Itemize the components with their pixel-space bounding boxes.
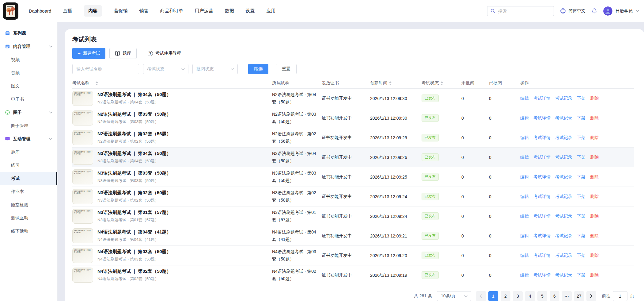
sidebar-item[interactable]: 随堂检测 <box>0 198 57 211</box>
sidebar-item[interactable]: 电子书 <box>0 93 57 106</box>
sidebar-section-header[interactable]: 内容管理 <box>0 40 57 53</box>
action-link[interactable]: 考试详情 <box>533 115 551 121</box>
action-link[interactable]: 删除 <box>590 174 599 180</box>
page-button[interactable]: 1 <box>488 291 498 301</box>
review-status-select[interactable]: 批阅状态 <box>192 64 238 74</box>
page-button[interactable]: 27 <box>574 291 584 301</box>
column-header[interactable]: 操作 <box>520 80 634 86</box>
sidebar-section-header[interactable]: 圈子 <box>0 106 57 119</box>
action-link[interactable]: 下架 <box>577 115 585 121</box>
action-link[interactable]: 编辑 <box>520 96 529 101</box>
sidebar-item[interactable]: 线下活动 <box>0 225 57 238</box>
action-link[interactable]: 考试记录 <box>555 233 572 239</box>
sidebar-section-header[interactable]: 互动管理 <box>0 132 57 145</box>
column-header[interactable]: 已批阅 <box>489 80 520 86</box>
sidebar-item[interactable]: 练习 <box>0 159 57 172</box>
column-header[interactable]: 所属试卷 <box>272 79 322 87</box>
action-link[interactable]: 考试记录 <box>555 272 572 278</box>
table-row[interactable]: N4语法刷题考试 ｜ 第03套（50题） N4语法刷题考试 ｜ 第03套（50题… <box>72 246 634 265</box>
next-page-button[interactable] <box>586 291 596 301</box>
page-button[interactable]: 6 <box>550 291 559 301</box>
action-link[interactable]: 编辑 <box>520 174 529 180</box>
notifications-button[interactable] <box>592 8 597 14</box>
sidebar-item[interactable]: 音频 <box>0 66 57 79</box>
sidebar-section-header[interactable]: 系列课 <box>0 27 57 40</box>
action-link[interactable]: 考试记录 <box>555 194 572 199</box>
sidebar-item[interactable]: 考试 <box>0 172 57 185</box>
action-link[interactable]: 考试详情 <box>533 253 551 258</box>
nav-item[interactable]: 设置 <box>245 5 255 17</box>
action-link[interactable]: 删除 <box>590 155 599 160</box>
action-link[interactable]: 编辑 <box>520 135 529 141</box>
table-row[interactable]: N2语法刷题考试 ｜ 第04套（50题） N2语法刷题考试 ｜ 第04套（50题… <box>72 89 634 108</box>
action-link[interactable]: 下架 <box>577 253 585 258</box>
nav-item[interactable]: Dashboard <box>29 6 51 16</box>
action-link[interactable]: 考试记录 <box>555 155 572 160</box>
nav-item[interactable]: 营促销 <box>114 5 127 17</box>
action-link[interactable]: 考试详情 <box>533 135 551 141</box>
search-input[interactable] <box>498 8 551 14</box>
column-header[interactable]: 考试状态 <box>422 80 461 86</box>
action-link[interactable]: 编辑 <box>520 194 529 199</box>
page-button[interactable]: 4 <box>525 291 535 301</box>
nav-item[interactable]: 内容 <box>84 5 102 17</box>
column-header[interactable]: 创建时间 <box>370 80 422 86</box>
question-bank-button[interactable]: 题库 <box>109 48 137 59</box>
sidebar-item[interactable]: 作业本 <box>0 185 57 198</box>
action-link[interactable]: 考试详情 <box>533 194 551 199</box>
action-link[interactable]: 编辑 <box>520 253 529 258</box>
prev-page-button[interactable] <box>476 291 486 301</box>
action-link[interactable]: 下架 <box>577 233 585 239</box>
page-button[interactable]: ••• <box>562 291 572 301</box>
column-header[interactable]: 未批阅 <box>461 80 489 86</box>
action-link[interactable]: 编辑 <box>520 115 529 121</box>
table-row[interactable]: N2语法刷题考试 ｜ 第03套（50题） N2语法刷题考试 ｜ 第03套（50题… <box>72 108 634 128</box>
table-row[interactable]: N3语法刷题考试 ｜ 第04套（50题） N3语法刷题考试 ｜ 第04套（50题… <box>72 148 634 167</box>
nav-item[interactable]: 数据 <box>225 5 234 17</box>
action-link[interactable]: 考试记录 <box>555 115 572 121</box>
exam-status-select[interactable]: 考试状态 <box>143 64 188 74</box>
action-link[interactable]: 编辑 <box>520 214 529 219</box>
nav-item[interactable]: 直播 <box>63 5 72 17</box>
page-button[interactable]: 2 <box>501 291 510 301</box>
page-size-select[interactable]: 10条/页 <box>437 291 471 301</box>
table-row[interactable]: N2语法刷题考试 ｜ 第02套（56题） N2语法刷题考试 ｜ 第02套（56题… <box>72 128 634 148</box>
action-link[interactable]: 删除 <box>590 115 599 121</box>
action-link[interactable]: 删除 <box>590 135 599 141</box>
action-link[interactable]: 下架 <box>577 155 585 160</box>
sidebar-item[interactable]: 视频 <box>0 53 57 66</box>
table-row[interactable]: N3语法刷题考试 ｜ 第02套（50题） N3语法刷题考试 ｜ 第02套（50题… <box>72 187 634 206</box>
tutorial-link[interactable]: ? 考试使用教程 <box>148 51 181 56</box>
table-row[interactable]: N4语法刷题考试 ｜ 第02套（50题） N4语法刷题考试 ｜ 第02套（50题… <box>72 265 634 285</box>
nav-item[interactable]: 商品和订单 <box>160 5 183 17</box>
action-link[interactable]: 考试详情 <box>533 214 551 219</box>
action-link[interactable]: 删除 <box>590 253 599 258</box>
action-link[interactable]: 删除 <box>590 233 599 239</box>
action-link[interactable]: 删除 <box>590 272 599 278</box>
action-link[interactable]: 考试记录 <box>555 96 572 101</box>
sort-icon[interactable] <box>96 81 98 85</box>
sort-icon[interactable] <box>441 81 443 85</box>
exam-name-input[interactable] <box>72 64 139 74</box>
reset-button[interactable]: 重置 <box>276 64 297 74</box>
nav-item[interactable]: 用户运营 <box>195 5 213 17</box>
action-link[interactable]: 考试记录 <box>555 174 572 180</box>
action-link[interactable]: 下架 <box>577 135 585 141</box>
action-link[interactable]: 考试详情 <box>533 233 551 239</box>
nav-item[interactable]: 销售 <box>139 5 148 17</box>
sort-icon[interactable] <box>389 81 392 85</box>
sidebar-item[interactable]: 测试互动 <box>0 211 57 225</box>
action-link[interactable]: 下架 <box>577 96 585 101</box>
action-link[interactable]: 考试记录 <box>555 214 572 219</box>
action-link[interactable]: 考试记录 <box>555 135 572 141</box>
nav-item[interactable]: 应用 <box>266 5 275 17</box>
page-button[interactable]: 3 <box>513 291 523 301</box>
action-link[interactable]: 删除 <box>590 96 599 101</box>
action-link[interactable]: 考试记录 <box>555 253 572 258</box>
action-link[interactable]: 考试详情 <box>533 272 551 278</box>
action-link[interactable]: 删除 <box>590 194 599 199</box>
app-logo[interactable] <box>3 2 18 20</box>
action-link[interactable]: 删除 <box>590 214 599 219</box>
table-row[interactable]: N3语法刷题考试 ｜ 第03套（50题） N3语法刷题考试 ｜ 第03套（50题… <box>72 167 634 187</box>
action-link[interactable]: 下架 <box>577 272 585 278</box>
